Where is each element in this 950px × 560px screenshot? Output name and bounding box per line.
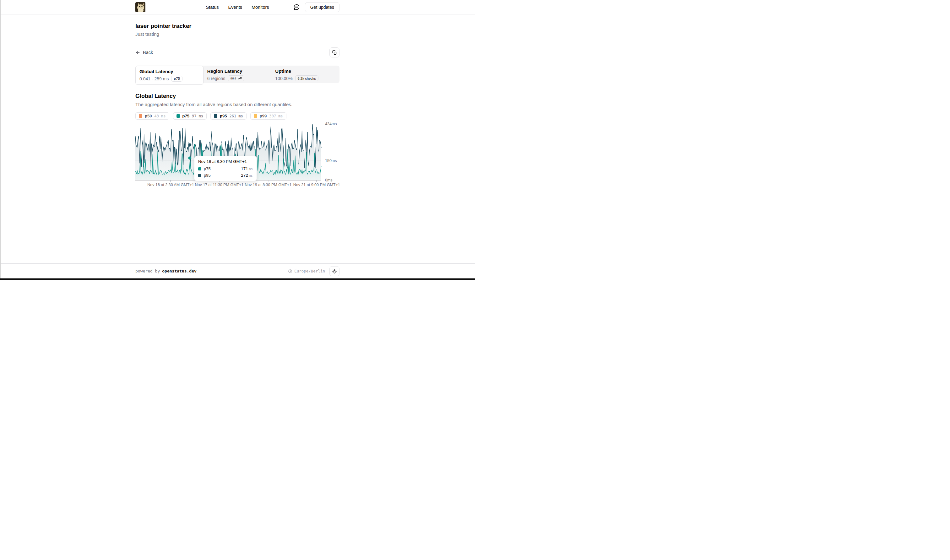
openstatus-link[interactable]: openstatus.dev: [162, 269, 197, 274]
y-axis-label: 0ms: [325, 178, 333, 183]
y-axis-label: 150ms: [325, 158, 337, 163]
chart-legend: p50 43 ms p75 97 ms p95 261 ms p99 307 m…: [135, 112, 339, 120]
x-axis-label: Nov 19 at 8:30 PM GMT+1: [245, 183, 291, 187]
p75-swatch: [177, 114, 180, 118]
tooltip-row-p75: p75 171ms: [198, 166, 253, 171]
site-logo-cat-avatar[interactable]: [135, 2, 145, 12]
nav-link-monitors[interactable]: Monitors: [251, 5, 269, 10]
copy-icon: [332, 50, 337, 55]
tooltip-title: Nov 16 at 8:30 PM GMT+1: [198, 159, 253, 164]
legend-chip-p95[interactable]: p95 261 ms: [210, 112, 246, 120]
trending-up-icon: [238, 76, 242, 80]
stat-value: 6 regions: [207, 76, 225, 81]
page-title: laser pointer tracker: [135, 23, 339, 29]
timezone-display: Europe/Berlin: [288, 269, 325, 274]
page-footer: powered by openstatus.dev Europe/Berlin: [0, 263, 475, 278]
back-button[interactable]: Back: [135, 50, 153, 55]
back-label: Back: [143, 50, 153, 55]
region-badge: ams: [228, 75, 244, 81]
p99-swatch: [254, 114, 257, 118]
chat-bubble-icon[interactable]: [293, 3, 300, 11]
tooltip-row-p95: p95 272ms: [198, 173, 253, 178]
p95-swatch: [214, 114, 217, 118]
copy-link-button[interactable]: [329, 48, 339, 57]
monitor-page: laser pointer tracker Just testing Back …: [135, 14, 339, 263]
window-edge-bottom: [0, 278, 475, 280]
stat-title: Region Latency: [207, 68, 268, 74]
global-latency-chart[interactable]: 434ms150ms0ms Nov 16 at 2:30 AM GMT+1Nov…: [135, 122, 339, 189]
clock-icon: [288, 269, 293, 274]
tab-uptime[interactable]: Uptime 100.00% 6.2k checks: [271, 66, 339, 85]
nav-link-events[interactable]: Events: [228, 5, 242, 10]
quantile-badge: p75: [171, 75, 182, 82]
x-axis-label: Nov 17 at 11:30 PM GMT+1: [195, 183, 243, 187]
stat-value: 0.041 - 259 ms: [139, 76, 169, 81]
theme-toggle-button[interactable]: [329, 266, 339, 276]
x-axis-label: Nov 16 at 2:30 AM GMT+1: [147, 183, 194, 187]
tab-region-latency[interactable]: Region Latency 6 regions ams: [203, 66, 272, 85]
section-title: Global Latency: [135, 93, 339, 100]
checks-badge: 6.2k checks: [295, 75, 319, 81]
top-nav: Status Events Monitors Get updates: [0, 0, 475, 14]
chart-tooltip: Nov 16 at 8:30 PM GMT+1 p75 171ms p95 27…: [194, 156, 257, 181]
p50-swatch: [139, 114, 142, 118]
page-subtitle: Just testing: [135, 31, 339, 37]
section-description: The aggregated latency from all active r…: [135, 102, 339, 107]
x-axis-label: Nov 21 at 9:00 PM GMT+1: [293, 183, 340, 187]
window-edge-left: [0, 0, 1, 280]
p75-swatch: [198, 167, 201, 171]
y-axis-label: 434ms: [325, 122, 337, 126]
legend-chip-p99[interactable]: p99 307 ms: [250, 112, 286, 120]
p95-swatch: [198, 174, 201, 177]
stat-value: 100.00%: [275, 76, 293, 81]
sun-icon: [332, 269, 337, 274]
monitor-stats-tabs: Global Latency 0.041 - 259 ms p75 Region…: [135, 66, 339, 83]
stat-title: Global Latency: [139, 69, 199, 74]
quantiles-link[interactable]: quantiles: [272, 102, 291, 107]
legend-chip-p50[interactable]: p50 43 ms: [135, 112, 169, 120]
cat-avatar-image: [135, 2, 145, 12]
nav-link-status[interactable]: Status: [206, 5, 219, 10]
stat-title: Uptime: [275, 68, 336, 74]
arrow-left-icon: [135, 50, 140, 55]
tab-global-latency[interactable]: Global Latency 0.041 - 259 ms p75: [135, 66, 203, 85]
legend-chip-p75[interactable]: p75 97 ms: [173, 112, 207, 120]
powered-by: powered by openstatus.dev: [135, 269, 197, 274]
get-updates-button[interactable]: Get updates: [305, 2, 339, 12]
